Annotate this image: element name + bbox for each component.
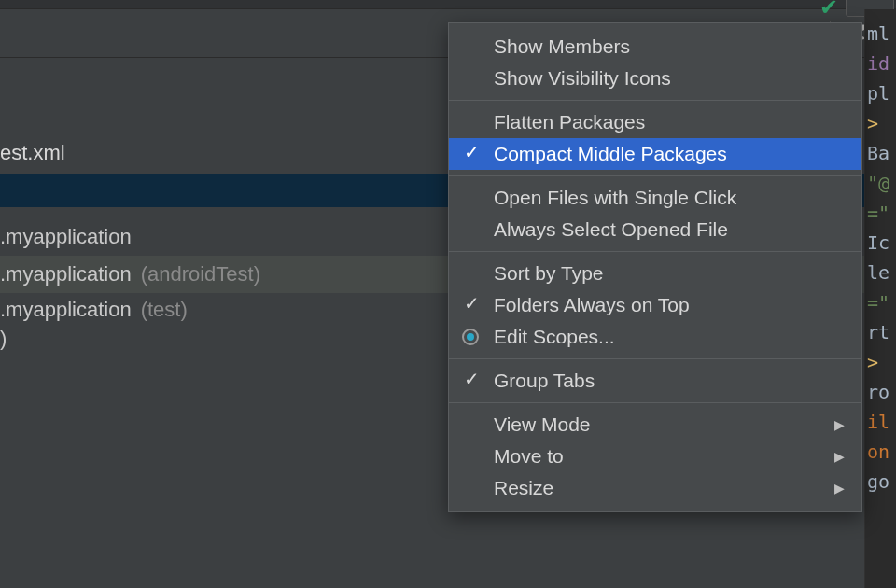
menu-item-label: Sort by Type	[494, 262, 604, 285]
editor-strip: ml id pl > Ba "@ =" Ic le =" rt > ro il …	[864, 9, 896, 588]
code-token: >	[867, 112, 878, 134]
code-token: ro	[867, 381, 889, 403]
menu-separator	[449, 358, 861, 359]
sync-ok-icon: ✔	[819, 0, 838, 21]
code-token: pl	[867, 82, 889, 105]
menu-item-label: Compact Middle Packages	[494, 143, 727, 165]
menu-item-show-visibility-icons[interactable]: Show Visibility Icons	[449, 63, 861, 94]
code-token: id	[867, 52, 889, 75]
package-qualifier: (androidTest)	[141, 262, 260, 287]
menu-item-folders-on-top[interactable]: ✓ Folders Always on Top	[449, 289, 861, 321]
menu-item-move-to[interactable]: Move to ▶	[449, 441, 861, 472]
menu-item-open-files-single-click[interactable]: Open Files with Single Click	[449, 182, 861, 214]
menu-item-always-select-opened[interactable]: Always Select Opened File	[449, 214, 861, 245]
code-token: ="	[867, 202, 889, 224]
package-name: .myapplication	[0, 298, 132, 322]
check-icon: ✓	[464, 368, 480, 390]
menu-item-label: Open Files with Single Click	[494, 187, 736, 209]
code-token: >	[867, 351, 878, 373]
menu-item-compact-middle-packages[interactable]: ✓ Compact Middle Packages	[449, 138, 861, 170]
package-name: .myapplication	[0, 262, 132, 287]
chevron-right-icon: ▶	[834, 449, 845, 464]
menu-item-show-members[interactable]: Show Members	[449, 31, 861, 63]
package-qualifier: (test)	[141, 298, 188, 322]
code-token: il	[867, 411, 889, 433]
menu-item-resize[interactable]: Resize ▶	[449, 472, 861, 504]
file-name: est.xml	[0, 141, 65, 165]
menu-item-label: Flatten Packages	[494, 111, 645, 133]
tree-paren: )	[0, 327, 7, 351]
menu-item-label: Resize	[494, 477, 553, 499]
menu-separator	[449, 175, 861, 176]
code-token: Ic	[867, 231, 889, 254]
menu-item-label: Edit Scopes...	[494, 326, 615, 348]
chevron-right-icon: ▶	[834, 417, 845, 432]
code-token: "@	[867, 172, 889, 194]
code-token: ml	[867, 22, 889, 45]
package-name: .myapplication	[0, 225, 132, 249]
menu-separator	[449, 100, 861, 101]
code-token: ="	[867, 291, 889, 314]
menu-item-label: Group Tabs	[494, 370, 595, 392]
check-icon: ✓	[464, 141, 480, 163]
code-token: Ba	[867, 142, 889, 164]
menu-item-group-tabs[interactable]: ✓ Group Tabs	[449, 365, 861, 397]
code-token: rt	[867, 321, 889, 343]
chevron-right-icon: ▶	[834, 481, 845, 496]
menu-item-label: Always Select Opened File	[494, 218, 728, 241]
menu-item-label: Show Visibility Icons	[494, 67, 671, 90]
menu-item-label: Move to	[494, 445, 564, 468]
code-token: on	[867, 441, 889, 463]
menu-item-edit-scopes[interactable]: Edit Scopes...	[449, 321, 861, 353]
menu-separator	[449, 402, 861, 403]
menu-item-flatten-packages[interactable]: Flatten Packages	[449, 106, 861, 138]
menu-item-view-mode[interactable]: View Mode ▶	[449, 409, 861, 441]
menu-item-label: Show Members	[494, 35, 630, 58]
title-bar	[0, 0, 896, 9]
code-token: go	[867, 470, 889, 493]
check-icon: ✓	[464, 292, 480, 315]
menu-item-sort-by-type[interactable]: Sort by Type	[449, 258, 861, 289]
radio-icon	[462, 329, 479, 345]
code-token: le	[867, 261, 889, 284]
menu-item-label: View Mode	[494, 413, 591, 436]
menu-separator	[449, 251, 861, 252]
project-settings-menu: Show Members Show Visibility Icons Flatt…	[448, 22, 862, 512]
menu-item-label: Folders Always on Top	[494, 294, 690, 316]
